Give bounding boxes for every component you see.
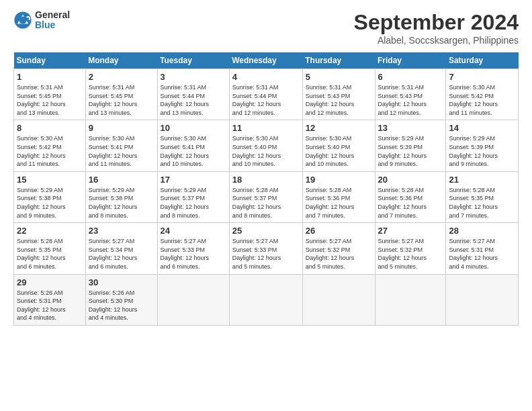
day-info: Sunrise: 5:31 AM Sunset: 5:43 PM Dayligh…	[306, 83, 372, 117]
calendar-cell: 8Sunrise: 5:30 AM Sunset: 5:42 PM Daylig…	[14, 120, 86, 171]
title-area: September 2024 Alabel, Soccsksargen, Phi…	[354, 10, 519, 46]
week-row-5: 29Sunrise: 5:26 AM Sunset: 5:31 PM Dayli…	[14, 274, 519, 325]
day-number: 25	[232, 226, 300, 236]
day-number: 10	[161, 123, 226, 133]
week-row-3: 15Sunrise: 5:29 AM Sunset: 5:38 PM Dayli…	[14, 171, 519, 222]
day-number: 8	[17, 123, 83, 133]
day-number: 6	[378, 72, 443, 82]
calendar-cell: 9Sunrise: 5:30 AM Sunset: 5:41 PM Daylig…	[85, 120, 157, 171]
day-number: 23	[89, 226, 154, 236]
logo-text: General Blue	[35, 10, 70, 31]
calendar-cell: 11Sunrise: 5:30 AM Sunset: 5:40 PM Dayli…	[229, 120, 302, 171]
day-info: Sunrise: 5:29 AM Sunset: 5:39 PM Dayligh…	[449, 134, 515, 168]
calendar-page: General Blue September 2024 Alabel, Socc…	[0, 0, 532, 411]
header-saturday: Saturday	[446, 52, 519, 69]
day-number: 15	[17, 175, 83, 185]
header: General Blue September 2024 Alabel, Socc…	[13, 10, 519, 46]
day-info: Sunrise: 5:27 AM Sunset: 5:34 PM Dayligh…	[89, 237, 154, 271]
day-number: 30	[89, 277, 154, 287]
day-info: Sunrise: 5:28 AM Sunset: 5:37 PM Dayligh…	[232, 186, 300, 220]
calendar-cell	[375, 274, 446, 325]
calendar-cell: 7Sunrise: 5:30 AM Sunset: 5:42 PM Daylig…	[446, 69, 519, 120]
day-number: 1	[17, 72, 83, 82]
calendar-cell: 1Sunrise: 5:31 AM Sunset: 5:45 PM Daylig…	[14, 69, 86, 120]
calendar-cell: 13Sunrise: 5:29 AM Sunset: 5:39 PM Dayli…	[375, 120, 446, 171]
calendar-cell: 10Sunrise: 5:30 AM Sunset: 5:41 PM Dayli…	[157, 120, 229, 171]
day-info: Sunrise: 5:31 AM Sunset: 5:45 PM Dayligh…	[17, 83, 83, 117]
calendar-cell: 17Sunrise: 5:29 AM Sunset: 5:37 PM Dayli…	[157, 171, 229, 222]
day-number: 5	[306, 72, 372, 82]
calendar-cell: 15Sunrise: 5:29 AM Sunset: 5:38 PM Dayli…	[14, 171, 86, 222]
calendar-cell: 29Sunrise: 5:26 AM Sunset: 5:31 PM Dayli…	[14, 274, 86, 325]
day-number: 19	[306, 175, 372, 185]
day-number: 16	[89, 175, 154, 185]
day-info: Sunrise: 5:26 AM Sunset: 5:30 PM Dayligh…	[89, 289, 154, 322]
calendar-cell	[446, 274, 519, 325]
day-number: 13	[378, 123, 443, 133]
calendar-cell: 20Sunrise: 5:28 AM Sunset: 5:36 PM Dayli…	[375, 171, 446, 222]
header-friday: Friday	[375, 52, 446, 69]
day-number: 12	[306, 123, 372, 133]
calendar-cell: 18Sunrise: 5:28 AM Sunset: 5:37 PM Dayli…	[229, 171, 302, 222]
calendar-cell: 3Sunrise: 5:31 AM Sunset: 5:44 PM Daylig…	[157, 69, 229, 120]
day-info: Sunrise: 5:26 AM Sunset: 5:31 PM Dayligh…	[17, 289, 83, 322]
svg-point-2	[19, 17, 26, 24]
header-thursday: Thursday	[302, 52, 375, 69]
day-number: 11	[232, 123, 300, 133]
calendar-cell: 6Sunrise: 5:31 AM Sunset: 5:43 PM Daylig…	[375, 69, 446, 120]
calendar-header-row: Sunday Monday Tuesday Wednesday Thursday…	[14, 52, 519, 69]
calendar-cell: 26Sunrise: 5:27 AM Sunset: 5:32 PM Dayli…	[302, 223, 375, 274]
day-info: Sunrise: 5:30 AM Sunset: 5:41 PM Dayligh…	[161, 134, 226, 168]
calendar-cell: 22Sunrise: 5:28 AM Sunset: 5:35 PM Dayli…	[14, 223, 86, 274]
day-info: Sunrise: 5:28 AM Sunset: 5:35 PM Dayligh…	[449, 186, 515, 220]
day-info: Sunrise: 5:28 AM Sunset: 5:36 PM Dayligh…	[378, 186, 443, 220]
day-number: 18	[232, 175, 300, 185]
calendar-cell: 24Sunrise: 5:27 AM Sunset: 5:33 PM Dayli…	[157, 223, 229, 274]
month-title: September 2024	[354, 10, 519, 35]
logo-icon	[13, 11, 32, 30]
day-info: Sunrise: 5:29 AM Sunset: 5:38 PM Dayligh…	[17, 186, 83, 220]
calendar-table: Sunday Monday Tuesday Wednesday Thursday…	[13, 52, 519, 326]
header-sunday: Sunday	[14, 52, 86, 69]
day-info: Sunrise: 5:27 AM Sunset: 5:32 PM Dayligh…	[306, 237, 372, 271]
day-info: Sunrise: 5:29 AM Sunset: 5:37 PM Dayligh…	[161, 186, 226, 220]
day-number: 24	[161, 226, 226, 236]
day-number: 3	[161, 72, 226, 82]
header-tuesday: Tuesday	[157, 52, 229, 69]
day-info: Sunrise: 5:30 AM Sunset: 5:40 PM Dayligh…	[232, 134, 300, 168]
calendar-cell: 19Sunrise: 5:28 AM Sunset: 5:36 PM Dayli…	[302, 171, 375, 222]
week-row-4: 22Sunrise: 5:28 AM Sunset: 5:35 PM Dayli…	[14, 223, 519, 274]
day-info: Sunrise: 5:27 AM Sunset: 5:33 PM Dayligh…	[232, 237, 300, 271]
header-monday: Monday	[85, 52, 157, 69]
day-info: Sunrise: 5:29 AM Sunset: 5:38 PM Dayligh…	[89, 186, 154, 220]
week-row-1: 1Sunrise: 5:31 AM Sunset: 5:45 PM Daylig…	[14, 69, 519, 120]
calendar-cell: 23Sunrise: 5:27 AM Sunset: 5:34 PM Dayli…	[85, 223, 157, 274]
day-info: Sunrise: 5:30 AM Sunset: 5:41 PM Dayligh…	[89, 134, 154, 168]
day-info: Sunrise: 5:31 AM Sunset: 5:44 PM Dayligh…	[232, 83, 300, 117]
day-number: 21	[449, 175, 515, 185]
calendar-cell	[229, 274, 302, 325]
day-number: 4	[232, 72, 300, 82]
calendar-cell: 28Sunrise: 5:27 AM Sunset: 5:31 PM Dayli…	[446, 223, 519, 274]
calendar-cell: 5Sunrise: 5:31 AM Sunset: 5:43 PM Daylig…	[302, 69, 375, 120]
calendar-cell: 27Sunrise: 5:27 AM Sunset: 5:32 PM Dayli…	[375, 223, 446, 274]
day-number: 29	[17, 277, 83, 287]
day-number: 20	[378, 175, 443, 185]
logo: General Blue	[13, 10, 70, 31]
day-info: Sunrise: 5:30 AM Sunset: 5:42 PM Dayligh…	[17, 134, 83, 168]
day-info: Sunrise: 5:27 AM Sunset: 5:32 PM Dayligh…	[378, 237, 443, 271]
day-number: 22	[17, 226, 83, 236]
week-row-2: 8Sunrise: 5:30 AM Sunset: 5:42 PM Daylig…	[14, 120, 519, 171]
day-number: 2	[89, 72, 154, 82]
logo-general: General	[35, 10, 70, 20]
calendar-cell: 21Sunrise: 5:28 AM Sunset: 5:35 PM Dayli…	[446, 171, 519, 222]
day-info: Sunrise: 5:31 AM Sunset: 5:45 PM Dayligh…	[89, 83, 154, 117]
day-info: Sunrise: 5:28 AM Sunset: 5:35 PM Dayligh…	[17, 237, 83, 271]
day-number: 9	[89, 123, 154, 133]
calendar-cell: 12Sunrise: 5:30 AM Sunset: 5:40 PM Dayli…	[302, 120, 375, 171]
calendar-cell	[157, 274, 229, 325]
location-title: Alabel, Soccsksargen, Philippines	[354, 35, 519, 46]
day-info: Sunrise: 5:30 AM Sunset: 5:42 PM Dayligh…	[449, 83, 515, 117]
day-number: 17	[161, 175, 226, 185]
day-number: 27	[378, 226, 443, 236]
